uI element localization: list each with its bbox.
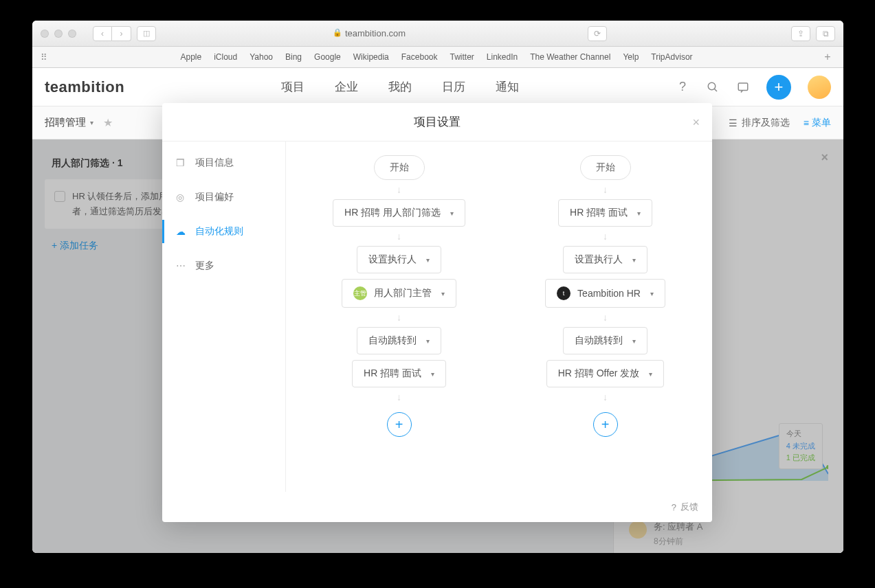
reload-icon[interactable]: ⟳ — [588, 26, 607, 41]
flow-start[interactable]: 开始 — [374, 155, 425, 180]
bookmark-item[interactable]: Bing — [285, 52, 302, 62]
sort-filter[interactable]: ☰ 排序及筛选 — [729, 117, 790, 129]
bookmark-item[interactable]: Apple — [180, 52, 201, 62]
arrow-down-icon: ↓ — [397, 184, 401, 195]
flow-step-trigger[interactable]: HR 招聘 面试▾ — [558, 199, 652, 227]
bookmark-item[interactable]: Wikipedia — [353, 52, 389, 62]
sidebar-item-info[interactable]: ❒ 项目信息 — [162, 146, 285, 180]
nav-mine[interactable]: 我的 — [388, 79, 412, 95]
chat-icon[interactable] — [736, 80, 750, 94]
automation-flows: 开始 ↓ HR 招聘 用人部门筛选▾ ↓ 设置执行人▾ 主管用人部门主管▾ ↓ … — [286, 142, 712, 492]
bookmarks-bar: ⠿ Apple iCloud Yahoo Bing Google Wikiped… — [32, 47, 843, 68]
project-title[interactable]: 招聘管理 — [45, 116, 86, 129]
nav-notifications[interactable]: 通知 — [496, 79, 519, 95]
arrow-down-icon: ↓ — [603, 312, 608, 323]
flow-start[interactable]: 开始 — [580, 155, 631, 180]
feedback-link[interactable]: 反馈 — [680, 501, 698, 513]
sidebar-item-automation[interactable]: ☁ 自动化规则 — [162, 214, 285, 249]
chevron-down-icon: ▾ — [426, 337, 430, 345]
layers-icon: ❒ — [176, 157, 187, 168]
modal-header: 项目设置 × — [162, 103, 712, 142]
bookmark-item[interactable]: TripAdvisor — [651, 52, 692, 62]
cloud-icon: ☁ — [176, 226, 187, 237]
arrow-down-icon: ↓ — [397, 312, 401, 323]
flow-step-assignee[interactable]: tTeambition HR▾ — [545, 279, 665, 308]
search-icon[interactable] — [706, 80, 720, 94]
bookmark-item[interactable]: Yelp — [623, 52, 639, 62]
arrow-down-icon: ↓ — [397, 392, 401, 403]
modal-footer: ? 反馈 — [162, 492, 712, 522]
bookmark-item[interactable]: The Weather Channel — [530, 52, 610, 62]
role-badge: 主管 — [353, 286, 367, 300]
bookmark-item[interactable]: LinkedIn — [487, 52, 518, 62]
apps-grid-icon[interactable]: ⠿ — [41, 52, 53, 63]
add-step-button[interactable]: + — [593, 412, 618, 437]
logo[interactable]: teambition — [45, 78, 124, 96]
chevron-down-icon: ▾ — [450, 210, 454, 217]
help-icon[interactable]: ? — [676, 80, 689, 94]
nav-projects[interactable]: 项目 — [281, 79, 304, 95]
project-settings-modal: 项目设置 × ❒ 项目信息 ◎ 项目偏好 ☁ 自动化规则 ⋯ 更多 — [162, 103, 712, 522]
chevron-down-icon[interactable]: ▾ — [90, 119, 93, 126]
chevron-down-icon: ▾ — [637, 210, 641, 217]
sidebar-item-more[interactable]: ⋯ 更多 — [162, 249, 285, 283]
bookmark-item[interactable]: iCloud — [214, 52, 237, 62]
modal-title: 项目设置 — [414, 114, 461, 130]
flow-step-target[interactable]: HR 招聘 Offer 发放▾ — [546, 360, 665, 387]
browser-window: ‹› ◫ 🔒 teambition.com ⟳ ⇪ ⧉ ⠿ Apple iClo… — [32, 21, 843, 553]
chevron-down-icon: ▾ — [649, 370, 652, 378]
sidebar-item-preferences[interactable]: ◎ 项目偏好 — [162, 180, 285, 214]
nav-back-forward[interactable]: ‹› — [93, 26, 131, 41]
close-icon[interactable]: × — [692, 115, 700, 130]
flow-step-assignee[interactable]: 主管用人部门主管▾ — [342, 279, 456, 308]
flow-1: 开始 ↓ HR 招聘 用人部门筛选▾ ↓ 设置执行人▾ 主管用人部门主管▾ ↓ … — [333, 155, 465, 492]
tabs-icon[interactable]: ⧉ — [816, 26, 835, 41]
sidebar-toggle-icon[interactable]: ◫ — [137, 26, 156, 41]
flow-step-action[interactable]: 设置执行人▾ — [357, 246, 441, 273]
eye-icon: ◎ — [176, 192, 187, 203]
bookmark-item[interactable]: Facebook — [401, 52, 438, 62]
flow-step-jump[interactable]: 自动跳转到▾ — [357, 327, 441, 354]
chevron-down-icon: ▾ — [426, 256, 430, 264]
chevron-down-icon: ▾ — [632, 256, 636, 264]
svg-line-1 — [714, 89, 717, 91]
flow-step-action[interactable]: 设置执行人▾ — [563, 246, 647, 273]
header-actions: ? + — [676, 75, 831, 100]
chevron-down-icon: ▾ — [431, 370, 434, 378]
flow-2: 开始 ↓ HR 招聘 面试▾ ↓ 设置执行人▾ tTeambition HR▾ … — [545, 155, 665, 492]
bookmark-item[interactable]: Yahoo — [250, 52, 273, 62]
svg-point-0 — [708, 82, 716, 90]
bookmark-item[interactable]: Google — [314, 52, 341, 62]
new-tab-icon[interactable]: + — [820, 51, 835, 63]
flow-step-target[interactable]: HR 招聘 面试▾ — [352, 360, 446, 387]
arrow-down-icon: ↓ — [397, 231, 401, 242]
titlebar: ‹› ◫ 🔒 teambition.com ⟳ ⇪ ⧉ — [32, 21, 843, 47]
main-nav: 项目 企业 我的 日历 通知 — [281, 79, 519, 95]
flow-step-jump[interactable]: 自动跳转到▾ — [563, 327, 647, 354]
chevron-down-icon: ▾ — [650, 290, 654, 297]
add-button[interactable]: + — [766, 75, 791, 100]
star-icon[interactable]: ★ — [103, 116, 113, 129]
modal-sidebar: ❒ 项目信息 ◎ 项目偏好 ☁ 自动化规则 ⋯ 更多 — [162, 142, 286, 492]
share-icon[interactable]: ⇪ — [791, 26, 810, 41]
arrow-down-icon: ↓ — [603, 231, 608, 242]
app-header: teambition 项目 企业 我的 日历 通知 ? + — [32, 68, 843, 106]
url-bar[interactable]: 🔒 teambition.com — [156, 28, 582, 38]
add-step-button[interactable]: + — [387, 412, 412, 437]
url-text: teambition.com — [345, 28, 406, 38]
arrow-down-icon: ↓ — [603, 392, 608, 403]
menu-link[interactable]: ≡ 菜单 — [804, 117, 831, 129]
user-avatar[interactable] — [808, 76, 831, 99]
traffic-lights[interactable] — [41, 30, 76, 38]
org-badge: t — [557, 286, 571, 300]
nav-calendar[interactable]: 日历 — [442, 79, 465, 95]
nav-enterprise[interactable]: 企业 — [335, 79, 358, 95]
chevron-down-icon: ▾ — [632, 337, 636, 345]
help-icon[interactable]: ? — [672, 502, 676, 512]
chevron-down-icon: ▾ — [441, 290, 445, 297]
more-icon: ⋯ — [176, 260, 187, 271]
arrow-down-icon: ↓ — [603, 184, 608, 195]
bookmark-item[interactable]: Twitter — [450, 52, 474, 62]
flow-step-trigger[interactable]: HR 招聘 用人部门筛选▾ — [333, 199, 465, 227]
svg-rect-2 — [738, 83, 748, 91]
